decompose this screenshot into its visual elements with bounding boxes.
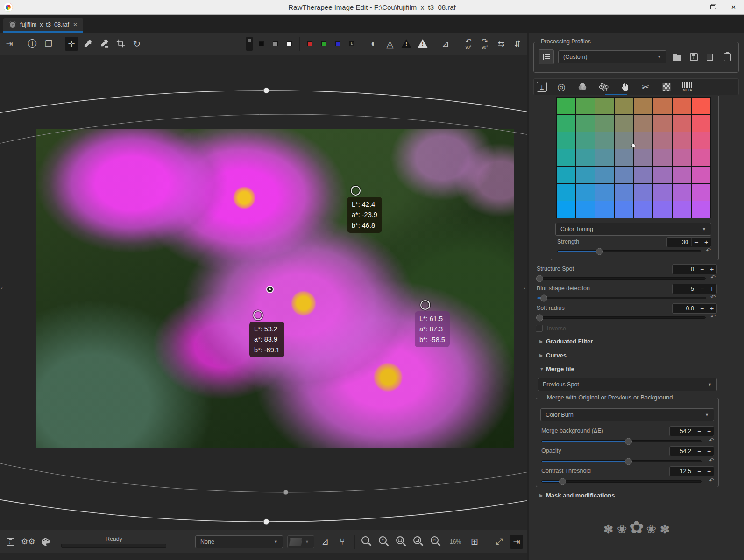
lab-grid-cell[interactable]	[576, 201, 595, 218]
lab-grid-cell[interactable]	[595, 201, 614, 218]
tab-exposure-icon[interactable]: ±	[537, 82, 547, 92]
lab-grid-cell[interactable]	[653, 184, 672, 201]
blur-shape-spinbox[interactable]: 5 − +	[672, 284, 717, 294]
lab-grid-cell[interactable]	[595, 98, 614, 114]
spot-center-marker[interactable]	[266, 286, 274, 293]
flip-vertical-icon[interactable]: ⇵	[511, 37, 524, 51]
contrast-threshold-spinbox[interactable]: 12.5 − +	[669, 466, 714, 476]
batch-queue-button[interactable]: ⚙⚙	[21, 535, 35, 549]
soft-radius-increment-button[interactable]: +	[707, 305, 716, 312]
before-after-toggle-icon[interactable]: ⑂	[336, 535, 349, 549]
inner-spot-handle-bottom[interactable]	[283, 490, 288, 495]
paste-profile-button[interactable]	[721, 51, 734, 63]
lab-grid-cell[interactable]	[634, 98, 652, 114]
strength-slider[interactable]	[557, 250, 701, 252]
lab-grid-cell[interactable]	[692, 132, 710, 149]
lab-grid-cell[interactable]	[653, 201, 672, 218]
lab-grid-cell[interactable]	[595, 149, 614, 166]
graduated-filter-expander[interactable]: ▶ Graduated Filter	[539, 338, 593, 345]
toning-method-select[interactable]: Color Toning ▼	[555, 223, 711, 236]
save-image-button[interactable]	[4, 535, 17, 549]
lab-grid-cell[interactable]	[673, 98, 691, 114]
strength-reset-icon[interactable]: ↶	[706, 247, 711, 254]
rotate-left-button[interactable]: ↶90°	[462, 37, 475, 51]
lab-grid-cell[interactable]	[634, 115, 652, 132]
red-channel-swatch[interactable]	[307, 41, 312, 46]
tab-metadata-icon[interactable]: META	[681, 80, 694, 93]
soft-radius-spinbox[interactable]: 0.0 − +	[672, 303, 717, 314]
opacity-decrement-button[interactable]: −	[694, 448, 704, 455]
tab-advanced-icon[interactable]	[597, 80, 610, 93]
histogram-overlay-icon[interactable]: ⊿	[439, 37, 452, 51]
merge-background-value[interactable]: 54.2	[670, 428, 694, 434]
lab-grid-cell[interactable]	[692, 184, 710, 201]
left-panel-grip-icon[interactable]: ›	[1, 285, 3, 290]
contrast-threshold-decrement-button[interactable]: −	[694, 468, 704, 475]
image-canvas[interactable]: L*: 42.4 a*: -23.9 b*: 46.8 L*: 53.2 a*:…	[0, 55, 527, 530]
hide-left-panel-icon[interactable]: ⇥	[3, 37, 16, 51]
lab-grid-cell[interactable]	[576, 98, 595, 114]
lab-grid-cell[interactable]	[595, 184, 614, 201]
copy-profile-button[interactable]	[704, 51, 717, 63]
maximize-button[interactable]	[702, 0, 723, 14]
lab-grid-cell[interactable]	[673, 149, 691, 166]
spot-move-tool-icon[interactable]: ✛	[65, 37, 78, 51]
rotate-right-button[interactable]: ↷90°	[478, 37, 491, 51]
dock-panels-icon[interactable]: ⇥	[510, 535, 523, 549]
lab-grid-cell[interactable]	[595, 132, 614, 149]
strength-spinbox[interactable]: 30 − +	[666, 237, 711, 247]
contrast-threshold-reset-icon[interactable]: ↶	[709, 477, 714, 484]
opacity-reset-icon[interactable]: ↶	[709, 457, 714, 464]
lab-grid-cell[interactable]	[576, 167, 595, 183]
lab-grid-cell[interactable]	[576, 149, 595, 166]
green-channel-swatch[interactable]	[321, 41, 326, 46]
lab-grid-cell[interactable]	[615, 201, 633, 218]
color-picker-3[interactable]: L*: 61.5 a*: 87.3 b*: -58.5	[420, 300, 450, 347]
soft-radius-value[interactable]: 0.0	[673, 305, 697, 312]
opacity-spinbox[interactable]: 54.2 − +	[669, 446, 714, 456]
lab-grid-cell[interactable]	[634, 149, 652, 166]
lab-grid-cell[interactable]	[653, 132, 672, 149]
lab-grid-cell[interactable]	[615, 132, 633, 149]
lab-grid-cell[interactable]	[653, 149, 672, 166]
minimize-button[interactable]	[681, 0, 702, 14]
strength-increment-button[interactable]: +	[701, 238, 711, 246]
spot-source-select[interactable]: Previous Spot ▼	[538, 378, 717, 391]
structure-spot-reset-icon[interactable]: ↶	[710, 274, 716, 281]
blur-shape-value[interactable]: 5	[673, 286, 697, 292]
lab-grid-cell[interactable]	[673, 132, 691, 149]
merge-background-increment-button[interactable]: +	[704, 427, 714, 435]
soft-proofing-select[interactable]: None ▼	[195, 535, 283, 548]
structure-spot-spinbox[interactable]: 0 − +	[672, 264, 717, 274]
merge-background-reset-icon[interactable]: ↶	[709, 437, 714, 444]
lab-grid-cell[interactable]	[615, 149, 633, 166]
lab-grid-cell[interactable]	[634, 201, 652, 218]
opacity-value[interactable]: 54.2	[670, 448, 694, 455]
lab-grid-cell[interactable]	[673, 115, 691, 132]
blur-shape-reset-icon[interactable]: ↶	[710, 294, 716, 301]
detach-window-icon[interactable]: ⊞	[468, 535, 481, 549]
send-to-editor-button[interactable]	[39, 535, 52, 549]
sharpening-mask-icon[interactable]: ◐	[367, 37, 380, 51]
flip-horizontal-icon[interactable]: ⇆	[495, 37, 508, 51]
lab-grid-cell[interactable]	[673, 201, 691, 218]
lab-grid-cell[interactable]	[557, 167, 575, 183]
merge-file-expander[interactable]: ▼ Merge file	[539, 365, 574, 372]
inverse-checkbox[interactable]	[536, 325, 543, 332]
lab-color-grid[interactable]	[557, 98, 710, 218]
blend-mode-select[interactable]: Color Burn ▼	[540, 408, 714, 421]
structure-spot-value[interactable]: 0	[673, 266, 697, 273]
lab-grid-cell[interactable]	[557, 132, 575, 149]
lab-grid-cell[interactable]	[557, 98, 575, 114]
fullscreen-icon[interactable]: ⤢	[493, 535, 506, 549]
color-picker-1[interactable]: L*: 42.4 a*: -23.9 b*: 46.8	[351, 186, 382, 233]
lab-grid-cell[interactable]	[557, 201, 575, 218]
lab-grid-cell[interactable]	[557, 184, 575, 201]
lab-grid-cell[interactable]	[615, 115, 633, 132]
structure-spot-increment-button[interactable]: +	[707, 266, 716, 273]
lab-grid-cell[interactable]	[576, 115, 595, 132]
opacity-increment-button[interactable]: +	[704, 448, 714, 455]
right-panel-grip-icon[interactable]: ‹	[524, 285, 525, 290]
lab-grid-cell[interactable]	[615, 184, 633, 201]
picker-ring-icon[interactable]	[253, 310, 263, 320]
